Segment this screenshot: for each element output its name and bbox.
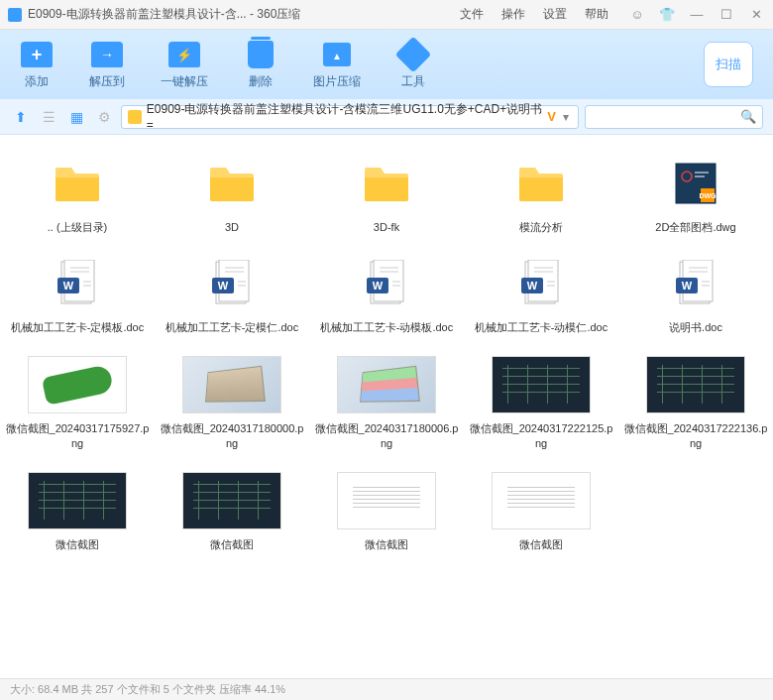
file-name: 机械加工工艺卡-定模板.doc (11, 320, 144, 335)
file-item[interactable]: 模流分析 (464, 155, 618, 235)
doc-icon: W (355, 255, 418, 312)
search-icon: 🔍 (740, 109, 756, 124)
extract-icon (91, 42, 123, 67)
minimize-button[interactable]: — (688, 6, 706, 24)
maximize-button[interactable]: ☐ (718, 6, 735, 24)
file-item[interactable]: 微信截图 (309, 472, 464, 552)
doc-icon: W (200, 255, 264, 312)
doc-icon: W (664, 255, 727, 312)
add-button[interactable]: 添加 (20, 40, 54, 90)
path-input[interactable]: E0909-电源转换器前盖注塑模具设计-含模流三维UG11.0无参+CAD+说明… (121, 105, 579, 129)
file-item[interactable]: .. (上级目录) (0, 155, 155, 235)
thumbnail (492, 356, 591, 413)
up-button[interactable]: ⬆ (10, 106, 32, 128)
file-item[interactable]: W机械加工工艺卡-动模板.doc (309, 255, 464, 335)
scan-label: 扫描 (716, 56, 741, 73)
svg-text:W: W (682, 280, 693, 292)
titlebar: E0909-电源转换器前盖注塑模具设计-含... - 360压缩 文件 操作 设… (0, 0, 773, 30)
image-compress-button[interactable]: 图片压缩 (313, 40, 361, 90)
image-compress-label: 图片压缩 (313, 73, 361, 90)
folder-icon (128, 110, 142, 124)
svg-text:DWG: DWG (699, 192, 717, 199)
file-item[interactable]: W说明书.doc (618, 255, 773, 335)
thumbnail (182, 356, 281, 413)
file-item[interactable]: 微信截图_20240317180006.png (309, 356, 464, 452)
file-name: 说明书.doc (669, 320, 722, 335)
skin-icon[interactable]: 👕 (658, 6, 676, 24)
extract-label: 解压到 (89, 73, 125, 90)
thumbnail (646, 356, 745, 413)
file-item[interactable]: 微信截图_20240317180000.png (155, 356, 309, 452)
file-item[interactable]: W机械加工工艺卡-定模板.doc (0, 255, 155, 335)
file-item[interactable]: 微信截图_20240317175927.png (0, 356, 155, 452)
thumbnail (337, 472, 436, 529)
view-settings-button[interactable]: ⚙ (93, 106, 115, 128)
file-name: 微信截图_20240317175927.png (4, 421, 151, 452)
menu-help[interactable]: 帮助 (585, 6, 608, 23)
extract-to-button[interactable]: 解压到 (89, 40, 125, 90)
file-name: 3D (225, 220, 239, 235)
toolbar: 添加 解压到 一键解压 删除 图片压缩 工具 扫描 (0, 30, 773, 99)
app-icon (8, 8, 22, 22)
file-name: 微信截图_20240317180000.png (159, 421, 305, 452)
addressbar: ⬆ ☰ ▦ ⚙ E0909-电源转换器前盖注塑模具设计-含模流三维UG11.0无… (0, 99, 773, 135)
tools-icon (395, 36, 432, 72)
scan-button[interactable]: 扫描 (704, 42, 753, 87)
delete-label: 删除 (249, 73, 273, 90)
file-name: 微信截图_20240317222125.png (468, 421, 614, 452)
svg-text:W: W (218, 280, 229, 292)
view-list-button[interactable]: ☰ (38, 106, 59, 128)
file-grid: .. (上级目录)3D3D-fk模流分析DWG2D全部图档.dwgW机械加工工艺… (0, 135, 773, 678)
file-name: 微信截图 (55, 537, 99, 552)
file-item[interactable]: DWG2D全部图档.dwg (618, 155, 773, 235)
feedback-icon[interactable]: ☺ (628, 6, 646, 24)
file-name: 3D-fk (374, 220, 399, 235)
file-name: 模流分析 (519, 220, 563, 235)
thumbnail (492, 472, 591, 529)
path-dropdown-icon[interactable]: ▾ (560, 110, 572, 124)
path-text: E0909-电源转换器前盖注塑模具设计-含模流三维UG11.0无参+CAD+说明… (147, 101, 544, 132)
menu-operation[interactable]: 操作 (501, 6, 525, 23)
delete-button[interactable]: 删除 (244, 40, 277, 90)
file-name: 微信截图 (519, 537, 563, 552)
add-label: 添加 (25, 73, 49, 90)
svg-text:W: W (63, 280, 74, 292)
search-input[interactable]: 🔍 (585, 105, 763, 129)
doc-icon: W (46, 255, 109, 312)
tools-button[interactable]: 工具 (396, 40, 430, 90)
file-name: 微信截图 (365, 537, 408, 552)
thumbnail (182, 472, 281, 529)
file-name: 微信截图_20240317180006.png (313, 421, 460, 452)
delete-icon (248, 41, 274, 68)
folder-icon (509, 155, 573, 212)
file-item[interactable]: W机械加工工艺卡-动模仁.doc (464, 255, 618, 335)
menu-bar: 文件 操作 设置 帮助 (460, 6, 608, 23)
file-item[interactable]: 微信截图_20240317222125.png (464, 356, 618, 452)
folder-icon (46, 155, 109, 212)
window-title: E0909-电源转换器前盖注塑模具设计-含... - 360压缩 (28, 6, 300, 23)
doc-icon: W (509, 255, 573, 312)
file-item[interactable]: 3D (155, 155, 309, 235)
file-item[interactable]: 微信截图 (155, 472, 309, 552)
onekey-extract-button[interactable]: 一键解压 (161, 40, 208, 90)
onekey-icon (168, 42, 200, 67)
folder-icon (355, 155, 418, 212)
svg-text:W: W (527, 280, 538, 292)
view-grid-button[interactable]: ▦ (65, 106, 87, 128)
thumbnail (337, 356, 436, 413)
file-name: 机械加工工艺卡-动模板.doc (320, 320, 453, 335)
menu-file[interactable]: 文件 (460, 6, 484, 23)
vip-icon: V (543, 109, 560, 124)
menu-settings[interactable]: 设置 (543, 6, 567, 23)
thumbnail (28, 472, 127, 529)
file-item[interactable]: 微信截图_20240317222136.png (618, 356, 773, 452)
status-text: 大小: 68.4 MB 共 257 个文件和 5 个文件夹 压缩率 44.1% (10, 682, 285, 697)
file-item[interactable]: 微信截图 (464, 472, 618, 552)
file-name: 2D全部图档.dwg (655, 220, 735, 235)
onekey-label: 一键解压 (161, 73, 208, 90)
close-button[interactable]: ✕ (747, 6, 765, 24)
file-item[interactable]: W机械加工工艺卡-定模仁.doc (155, 255, 309, 335)
file-item[interactable]: 3D-fk (309, 155, 464, 235)
folder-icon (200, 155, 264, 212)
file-item[interactable]: 微信截图 (0, 472, 155, 552)
